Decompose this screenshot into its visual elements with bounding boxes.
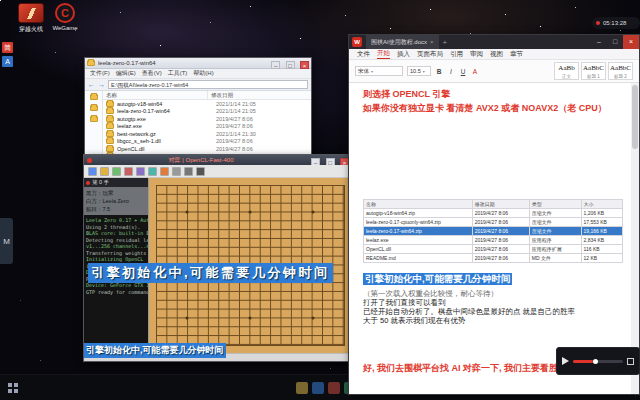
fullscreen-icon[interactable] — [627, 358, 634, 365]
font-color-button[interactable]: A — [471, 68, 479, 75]
document-tab[interactable]: 围棋AI使用教程.docx × — [366, 35, 439, 49]
chevron-down-icon: ▾ — [423, 67, 425, 76]
move-counter: 第 0 手 — [92, 179, 109, 186]
italic-button[interactable]: I — [447, 68, 455, 75]
style-label: 正文 — [555, 74, 578, 79]
black-player-label: 黑方：玩家 — [86, 189, 146, 197]
taskbar-app-icon[interactable] — [328, 382, 340, 394]
close-button[interactable]: × — [623, 35, 639, 49]
column-date[interactable]: 修改日期 — [208, 91, 236, 99]
file-row[interactable]: autogtp.exe2019/4/27 8:06 — [103, 115, 311, 123]
tab-close-icon[interactable]: × — [430, 39, 434, 45]
play-icon[interactable] — [148, 167, 157, 176]
ribbon-toolbar: 宋体 ▾ 10.5 ▾ B I U A AaBb 正文 AaBbC 标题 1 — [349, 60, 639, 83]
explorer-titlebar[interactable]: leela-zero-0.17-win64 – □ × — [85, 58, 311, 69]
table-header: 大小 — [581, 200, 622, 209]
video-progress-bar[interactable] — [573, 360, 623, 363]
menu-review[interactable]: 审阅 — [470, 50, 483, 59]
pause-icon[interactable] — [160, 167, 169, 176]
menu-file[interactable]: 文件(F) — [90, 69, 110, 78]
taskbar-app-icon[interactable] — [312, 382, 324, 394]
scrollbar-thumb[interactable] — [632, 85, 638, 149]
file-row[interactable]: autogtp-v18-win642021/1/14 21:05 — [103, 100, 311, 108]
forward-icon[interactable]: → — [98, 81, 105, 88]
save-icon[interactable] — [112, 167, 121, 176]
new-tab-button[interactable]: + — [443, 38, 591, 47]
font-size-select[interactable]: 10.5 ▾ — [407, 66, 431, 76]
menu-tools[interactable]: 工具(T) — [168, 69, 188, 78]
style-chip-heading1[interactable]: AaBbC 标题 1 — [581, 62, 606, 80]
folder-icon[interactable] — [90, 116, 98, 122]
menu-file[interactable]: 文件 — [357, 50, 370, 59]
start-button-icon[interactable] — [8, 383, 12, 387]
menu-insert[interactable]: 插入 — [397, 50, 410, 59]
table-cell: 17,553 KB — [581, 218, 622, 227]
folder-icon[interactable] — [90, 105, 98, 111]
ime-badge-icon[interactable]: A — [2, 56, 13, 67]
font-name-select[interactable]: 宋体 ▾ — [355, 66, 403, 76]
menu-edit[interactable]: 编辑(E) — [116, 69, 136, 78]
file-date: 2019/4/27 8:06 — [216, 138, 253, 144]
ime-badge-icon[interactable]: 简 — [2, 42, 13, 53]
table-cell: 2019/4/27 8:06 — [472, 218, 529, 227]
folder-icon — [87, 60, 95, 66]
style-label: 标题 1 — [582, 74, 605, 79]
analyze-icon[interactable] — [172, 167, 181, 176]
file-row[interactable]: leela-zero-0.17-win642021/1/14 21:05 — [103, 108, 311, 116]
folder-icon — [106, 108, 114, 114]
menu-home[interactable]: 开始 — [377, 49, 390, 59]
folder-icon[interactable] — [90, 94, 98, 100]
file-row[interactable]: libgcc_s_seh-1.dll2019/4/27 8:06 — [103, 138, 311, 146]
record-timer: 05:13:28 — [603, 20, 626, 26]
desktop-icon-wegame[interactable]: C WeGame — [48, 3, 82, 31]
menu-view[interactable]: 视图 — [490, 50, 503, 59]
file-name: leelaz.exe — [117, 123, 213, 129]
open-icon[interactable] — [100, 167, 109, 176]
file-row[interactable]: OpenCL.dll2019/4/27 8:06 — [103, 145, 311, 153]
engine-log[interactable]: Leela Zero 0.17 + AutoGTP v18 Using 2 th… — [84, 215, 148, 353]
edge-m-tile[interactable]: M — [0, 218, 13, 264]
column-name[interactable]: 名称 — [103, 91, 208, 99]
table-cell: 应用程序扩展 — [529, 245, 581, 254]
log-line: GTP ready for commands. — [86, 289, 146, 296]
file-row[interactable]: best-network.gz2021/1/14 21:30 — [103, 130, 311, 138]
go-titlebar[interactable]: 对弈 | OpenCL-Fast-400 – □ × — [84, 155, 352, 165]
help-icon[interactable] — [196, 167, 205, 176]
table-cell: 116 KB — [581, 245, 622, 254]
console-header: 第 0 手 — [84, 178, 148, 187]
document-titlebar[interactable]: W 围棋AI使用教程.docx × + – □ × — [349, 35, 639, 49]
settings-icon[interactable] — [184, 167, 193, 176]
white-player-label: 白方：Leela Zero — [86, 197, 146, 205]
back-icon[interactable]: ← — [88, 81, 95, 88]
progress-handle[interactable] — [593, 359, 598, 364]
close-button[interactable]: × — [300, 61, 309, 69]
menu-references[interactable]: 引用 — [450, 50, 463, 59]
table-row: autogtp-v18-win64.zip 2019/4/27 8:06 压缩文… — [364, 209, 623, 218]
style-chip-heading2[interactable]: AaBbC 标题 2 — [608, 62, 633, 80]
maximize-button[interactable]: □ — [286, 61, 295, 69]
menu-view[interactable]: 查看(V) — [142, 69, 162, 78]
style-chip-normal[interactable]: AaBb 正文 — [554, 62, 579, 80]
play-icon[interactable] — [562, 357, 569, 365]
minimize-button[interactable]: – — [591, 35, 607, 49]
maximize-button[interactable]: □ — [607, 35, 623, 49]
log-line: Initializing OpenCL — [86, 256, 146, 263]
log-line: v1...256 channels...40 blocks. — [86, 243, 146, 250]
taskbar-explorer-icon[interactable] — [296, 382, 308, 394]
address-input[interactable]: E:\围棋AI\leela-zero-0.17-win64 — [108, 80, 308, 89]
file-name: autogtp-v18-win64 — [117, 101, 213, 107]
minimize-button[interactable]: – — [271, 61, 280, 69]
new-game-icon[interactable] — [88, 167, 97, 176]
table-cell: 压缩文件 — [529, 227, 581, 236]
subtitle-overlay-main: 引擎初始化中,可能需要几分钟时间 — [88, 263, 333, 283]
menu-section[interactable]: 章节 — [510, 50, 523, 59]
file-row[interactable]: leelaz.exe2019/4/27 8:06 — [103, 123, 311, 131]
underline-button[interactable]: U — [459, 68, 467, 75]
bold-button[interactable]: B — [435, 68, 443, 75]
desktop-icon-cf[interactable]: 穿越火线 — [14, 3, 48, 34]
file-icon — [106, 116, 114, 122]
menu-page-layout[interactable]: 页面布局 — [417, 50, 443, 59]
menu-help[interactable]: 帮助(H) — [193, 69, 213, 78]
redo-icon[interactable] — [136, 167, 145, 176]
undo-icon[interactable] — [124, 167, 133, 176]
